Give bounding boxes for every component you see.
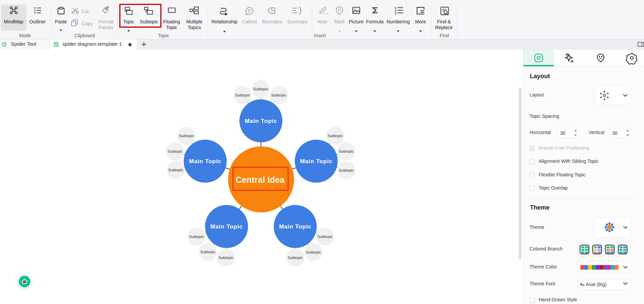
svg-text:Subtopic: Subtopic: [288, 256, 303, 260]
svg-text:Subtopic: Subtopic: [200, 250, 216, 254]
svg-text:Subtopic: Subtopic: [168, 168, 184, 172]
svg-text:Central Idea: Central Idea: [236, 175, 285, 184]
svg-text:Subtopic: Subtopic: [318, 235, 333, 239]
svg-text:3: 3: [395, 12, 396, 15]
svg-text:Subtopic: Subtopic: [253, 87, 269, 91]
svg-text:Main Topic: Main Topic: [210, 223, 243, 230]
svg-text:a: a: [583, 283, 585, 286]
svg-text:Main Topic: Main Topic: [300, 158, 332, 165]
svg-text:Subtopic: Subtopic: [189, 235, 204, 239]
svg-text:Main Topic: Main Topic: [245, 118, 277, 124]
svg-text:Main Topic: Main Topic: [279, 223, 312, 230]
svg-text:Subtopic: Subtopic: [271, 93, 286, 97]
svg-text:Subtopic: Subtopic: [218, 256, 234, 260]
svg-text:Subtopic: Subtopic: [179, 134, 194, 138]
svg-text:Subtopic: Subtopic: [328, 134, 343, 138]
svg-text:Subtopic: Subtopic: [339, 168, 354, 172]
svg-text:Subtopic: Subtopic: [168, 149, 183, 153]
svg-text:Subtopic: Subtopic: [339, 149, 354, 153]
svg-text:Main Topic: Main Topic: [189, 158, 221, 165]
svg-text:Subtopic: Subtopic: [306, 250, 321, 254]
svg-text:A: A: [580, 282, 583, 286]
svg-text:Subtopic: Subtopic: [235, 93, 250, 97]
